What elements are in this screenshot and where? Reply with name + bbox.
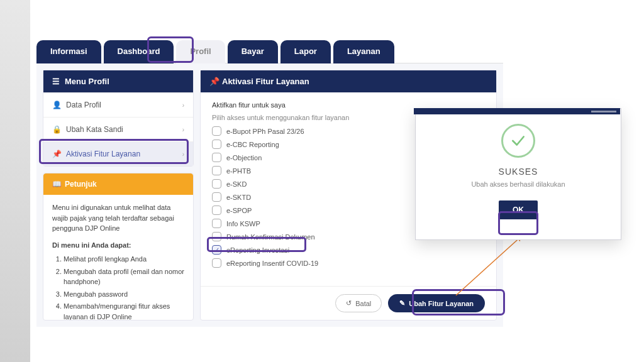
background-building (0, 0, 30, 362)
petunjuk-item: Mengubah password (64, 289, 184, 300)
tab-lapor[interactable]: Lapor (280, 40, 331, 63)
checkbox[interactable] (212, 219, 221, 228)
menu-profil-card: ☰ Menu Profil 👤 Data Profil › 🔒 Ubah Kat… (43, 70, 194, 167)
aktivasi-header: 📌 Aktivasi Fitur Layanan (201, 70, 496, 92)
edit-icon: ✎ (399, 299, 405, 307)
submit-label: Ubah Fitur Layanan (409, 300, 474, 307)
feature-label: e-SKD (226, 180, 247, 188)
petunjuk-list: Melihat profil lengkap Anda Mengubah dat… (52, 254, 184, 321)
tab-bar: Informasi Dashboard Profil Bayar Lapor L… (36, 40, 394, 63)
aktivasi-title: Aktivasi Fitur Layanan (222, 77, 309, 86)
sidebar-item-label: Ubah Kata Sandi (66, 125, 123, 134)
feature-label: e-Objection (226, 154, 262, 162)
menu-profil-header: ☰ Menu Profil (43, 70, 193, 92)
checkbox-checked[interactable]: ✓ (212, 245, 221, 255)
checkbox[interactable] (212, 153, 221, 162)
modal-message: Ubah akses berhasil dilakukan (471, 180, 565, 188)
aktivasi-footer: ↺ Batal ✎ Ubah Fitur Layanan (201, 286, 496, 320)
cancel-label: Batal (355, 300, 371, 307)
checkbox[interactable] (212, 206, 221, 215)
sidebar-item-aktivasi-fitur[interactable]: 📌 Aktivasi Fitur Layanan › (43, 141, 193, 166)
checkbox[interactable] (212, 126, 221, 136)
petunjuk-body: Menu ini digunakan untuk melihat data wa… (43, 195, 193, 321)
cancel-button[interactable]: ↺ Batal (335, 294, 382, 312)
user-icon: 👤 (52, 101, 60, 109)
left-column: ☰ Menu Profil 👤 Data Profil › 🔒 Ubah Kat… (43, 70, 194, 321)
feature-label: Rumah Konfirmasi Dokumen (226, 233, 315, 241)
checkbox[interactable] (212, 232, 221, 241)
feature-label: e-CBC Reporting (226, 141, 279, 148)
petunjuk-card: 📖 Petunjuk Menu ini digunakan untuk meli… (43, 173, 194, 321)
menu-profil-title: Menu Profil (65, 77, 109, 86)
checkbox[interactable] (212, 140, 221, 149)
tab-layanan[interactable]: Layanan (333, 40, 394, 63)
chevron-right-icon: › (182, 126, 184, 133)
petunjuk-header: 📖 Petunjuk (43, 173, 193, 195)
modal-ok-button[interactable]: OK (499, 200, 538, 219)
hamburger-icon: ☰ (52, 77, 60, 86)
pin-icon: 📌 (52, 150, 60, 158)
feature-row[interactable]: eReporting Insentif COVID-19 (212, 257, 485, 269)
feature-row-ereporting-investasi[interactable]: ✓eReporting Investasi (212, 244, 485, 256)
petunjuk-title: Petunjuk (65, 180, 97, 189)
chevron-right-icon: › (182, 102, 184, 109)
feature-label: eReporting Investasi (226, 246, 289, 254)
feature-label: e-PHTB (226, 167, 251, 175)
feature-label: e-SPOP (226, 207, 252, 214)
petunjuk-item: Melihat profil lengkap Anda (64, 254, 184, 265)
feature-label: e-Bupot PPh Pasal 23/26 (226, 128, 304, 135)
checkbox[interactable] (212, 166, 221, 175)
checkbox[interactable] (212, 192, 221, 202)
modal-top-strip (414, 108, 620, 114)
success-check-icon (501, 124, 535, 158)
tab-informasi[interactable]: Informasi (36, 40, 101, 63)
feature-label: eReporting Insentif COVID-19 (226, 260, 318, 267)
sidebar-item-label: Data Profil (66, 101, 101, 109)
modal-title: SUKSES (499, 167, 538, 177)
checkbox[interactable] (212, 258, 221, 268)
ubah-fitur-layanan-button[interactable]: ✎ Ubah Fitur Layanan (388, 294, 485, 312)
sidebar-item-label: Aktivasi Fitur Layanan (66, 150, 140, 158)
feature-label: Info KSWP (226, 220, 260, 228)
petunjuk-intro: Menu ini digunakan untuk melihat data wa… (52, 202, 184, 234)
lock-icon: 🔒 (52, 125, 60, 134)
success-modal: SUKSES Ubah akses berhasil dilakukan OK (415, 108, 621, 240)
petunjuk-lead: Di menu ini Anda dapat: (52, 240, 184, 251)
tab-profil[interactable]: Profil (176, 40, 225, 63)
chevron-right-icon: › (182, 151, 184, 158)
pin-icon: 📌 (209, 77, 217, 86)
checkbox[interactable] (212, 179, 221, 189)
sidebar-item-data-profil[interactable]: 👤 Data Profil › (43, 92, 193, 117)
petunjuk-item: Mengubah data profil (email dan nomor ha… (64, 266, 184, 287)
sidebar-item-ubah-kata-sandi[interactable]: 🔒 Ubah Kata Sandi › (43, 117, 193, 141)
feature-label: e-SKTD (226, 194, 251, 201)
petunjuk-item: Menambah/mengurangi fitur akses layanan … (64, 301, 184, 321)
tab-dashboard[interactable]: Dashboard (104, 40, 174, 63)
book-icon: 📖 (52, 180, 60, 189)
undo-icon: ↺ (346, 299, 352, 307)
tab-bayar[interactable]: Bayar (228, 40, 278, 63)
